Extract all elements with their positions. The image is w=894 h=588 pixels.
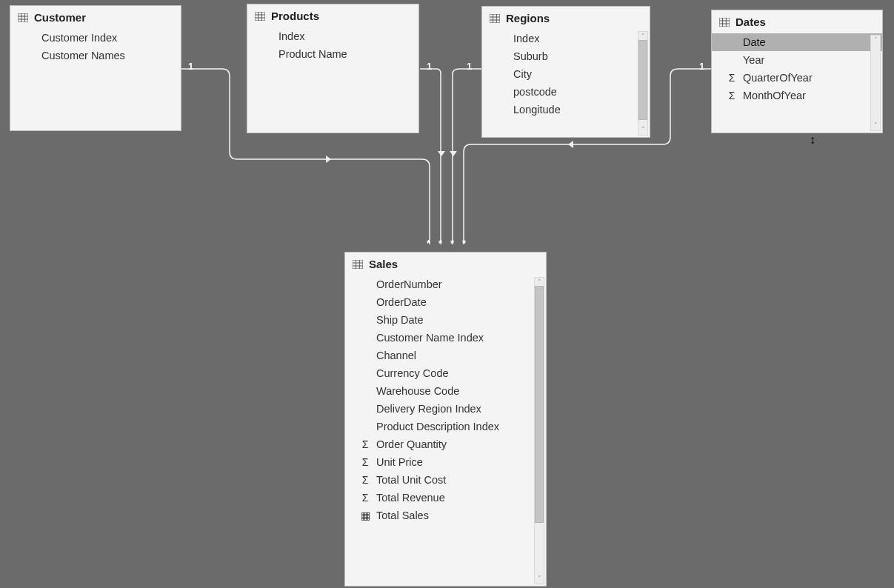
filter-direction-icon <box>566 140 575 149</box>
table-header-products[interactable]: Products <box>247 4 418 27</box>
table-regions[interactable]: Regions .Index .Suburb .City .postcode .… <box>481 6 650 138</box>
sigma-icon: Σ <box>725 90 738 101</box>
table-icon <box>490 14 500 23</box>
svg-rect-15 <box>719 18 730 27</box>
svg-rect-20 <box>353 260 363 269</box>
field-row[interactable]: .Longitude <box>482 101 650 118</box>
filter-direction-icon <box>437 149 446 158</box>
table-header-regions[interactable]: Regions <box>482 7 650 30</box>
field-row[interactable]: .OrderNumber <box>345 275 546 293</box>
calc-icon: ▦ <box>358 510 372 521</box>
field-row[interactable]: ΣTotal Revenue <box>345 489 546 507</box>
field-row[interactable]: .Date <box>712 33 882 51</box>
field-list-sales[interactable]: .OrderNumber .OrderDate .Ship Date .Cust… <box>345 275 546 586</box>
field-row[interactable]: ΣQuarterOfYear <box>712 69 882 87</box>
field-row[interactable]: .Product Description Index <box>345 418 546 435</box>
filter-direction-icon <box>324 155 333 164</box>
filter-direction-icon <box>449 149 458 158</box>
table-title: Dates <box>735 16 766 28</box>
field-row[interactable]: .Year <box>712 51 882 69</box>
table-sales[interactable]: Sales .OrderNumber .OrderDate .Ship Date… <box>344 252 547 587</box>
scroll-down-icon[interactable]: ˅ <box>641 127 645 133</box>
scrollbar-thumb[interactable] <box>535 286 544 523</box>
field-row[interactable]: .Index <box>247 27 418 45</box>
field-list-dates[interactable]: .Date .Year ΣQuarterOfYear ΣMonthOfYear … <box>712 33 882 133</box>
scroll-up-icon[interactable]: ˄ <box>538 279 541 286</box>
sigma-icon: Σ <box>725 72 738 84</box>
scrollbar-thumb[interactable] <box>638 40 647 120</box>
field-row[interactable]: .OrderDate <box>345 293 546 311</box>
cardinality-one: 1 <box>427 61 432 72</box>
scroll-down-icon[interactable]: ˅ <box>874 122 878 129</box>
scroll-down-icon[interactable]: ˅ <box>538 575 541 582</box>
field-row[interactable]: .Suburb <box>482 47 650 65</box>
table-products[interactable]: Products .Index .Product Name <box>247 4 419 133</box>
scroll-up-icon[interactable]: ˄ <box>874 37 878 44</box>
field-row[interactable]: .Product Name <box>247 45 418 63</box>
cardinality-many: * <box>427 238 430 249</box>
table-icon <box>18 13 28 22</box>
table-header-sales[interactable]: Sales <box>345 253 546 275</box>
cardinality-many: * <box>450 238 454 249</box>
field-row[interactable]: .Channel <box>345 347 546 364</box>
scroll-up-icon[interactable]: ˄ <box>641 33 645 40</box>
field-row[interactable]: ΣTotal Unit Cost <box>345 471 546 489</box>
field-list-products[interactable]: .Index .Product Name <box>247 27 418 133</box>
svg-rect-0 <box>18 13 28 22</box>
field-row[interactable]: .Warehouse Code <box>345 382 546 400</box>
cardinality-many: * <box>462 238 466 249</box>
field-row[interactable]: ΣOrder Quantity <box>345 435 546 453</box>
field-row[interactable]: .Delivery Region Index <box>345 400 546 418</box>
field-row[interactable]: .Currency Code <box>345 364 546 382</box>
scrollbar[interactable]: ˄ ˅ <box>870 35 881 131</box>
field-row[interactable]: ΣUnit Price <box>345 453 546 471</box>
field-row[interactable]: .Customer Names <box>10 47 181 64</box>
field-list-customer[interactable]: .Customer Index .Customer Names <box>10 29 181 130</box>
sigma-icon: Σ <box>358 456 372 468</box>
svg-rect-10 <box>490 14 500 23</box>
table-title: Products <box>271 10 319 22</box>
cardinality-many: * <box>438 238 442 249</box>
field-row[interactable]: .Customer Name Index <box>345 329 546 347</box>
cardinality-one: 1 <box>188 61 193 72</box>
table-title: Regions <box>506 12 550 24</box>
field-list-regions[interactable]: .Index .Suburb .City .postcode .Longitud… <box>482 30 650 137</box>
field-row[interactable]: ▦Total Sales <box>345 507 546 524</box>
field-row[interactable]: .City <box>482 65 650 83</box>
cardinality-one: 1 <box>467 61 472 72</box>
field-row[interactable]: .Customer Index <box>10 29 181 47</box>
table-icon <box>353 260 363 269</box>
field-row[interactable]: ΣMonthOfYear <box>712 87 882 104</box>
table-customer[interactable]: Customer .Customer Index .Customer Names <box>10 5 181 131</box>
table-title: Customer <box>34 11 86 24</box>
field-row[interactable]: .Ship Date <box>345 311 546 329</box>
table-header-customer[interactable]: Customer <box>10 6 181 29</box>
field-row[interactable]: .Index <box>482 30 650 47</box>
field-row[interactable]: .postcode <box>482 83 650 101</box>
resize-cursor-icon: ↕ <box>810 133 815 147</box>
sigma-icon: Σ <box>358 438 372 450</box>
table-dates[interactable]: Dates .Date .Year ΣQuarterOfYear ΣMonthO… <box>711 10 883 133</box>
table-icon <box>719 18 730 27</box>
table-title: Sales <box>369 258 398 270</box>
svg-rect-5 <box>255 12 265 21</box>
table-icon <box>255 12 265 21</box>
sigma-icon: Σ <box>358 492 372 504</box>
table-header-dates[interactable]: Dates <box>712 10 882 33</box>
cardinality-one: 1 <box>699 61 704 72</box>
sigma-icon: Σ <box>358 474 372 486</box>
